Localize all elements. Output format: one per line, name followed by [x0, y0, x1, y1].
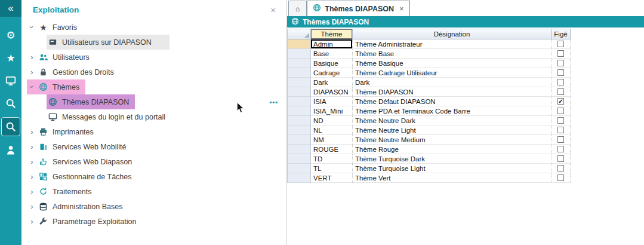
row-selector[interactable]	[288, 135, 311, 145]
fige-cell[interactable]	[551, 59, 571, 68]
sidebar-item-services-web-mobilit[interactable]: ›Services Web Mobilité	[21, 139, 286, 154]
sidebar-close-icon[interactable]: ×	[268, 5, 278, 15]
fige-cell[interactable]	[551, 68, 571, 78]
row-selector[interactable]	[288, 59, 311, 68]
sidebar-item-administration-bases[interactable]: ›Administration Bases	[21, 199, 286, 214]
fige-checkbox[interactable]	[557, 136, 564, 143]
table-row[interactable]: NDThème Neutre Dark	[288, 116, 571, 125]
row-selector[interactable]	[288, 39, 311, 49]
row-selector[interactable]	[288, 78, 311, 87]
select-all-header[interactable]	[288, 29, 311, 39]
row-selector[interactable]	[288, 49, 311, 59]
row-selector[interactable]	[288, 97, 311, 106]
table-row[interactable]: DIAPASONThème DIAPASON	[288, 87, 571, 97]
theme-cell[interactable]: ISIA_Mini	[311, 106, 353, 116]
column-header-fige[interactable]: Figé	[551, 29, 571, 39]
designation-cell[interactable]: Thème Rouge	[353, 145, 551, 154]
fige-checkbox[interactable]	[557, 79, 564, 85]
theme-cell[interactable]: ND	[311, 116, 353, 125]
table-row[interactable]: ISIAThème Défaut DIAPASON✓	[288, 97, 571, 106]
row-selector[interactable]	[288, 68, 311, 78]
chevron-down-icon[interactable]: ›	[28, 82, 36, 92]
sidebar-item-services-web-diapason[interactable]: ›Services Web Diapason	[21, 154, 286, 169]
theme-cell[interactable]: Basique	[311, 59, 353, 68]
fige-cell[interactable]	[551, 106, 571, 116]
chevron-right-icon[interactable]: ›	[27, 68, 37, 76]
rail-item-settings[interactable]: ⚙	[0, 24, 21, 47]
theme-cell[interactable]: Cadrage	[311, 68, 353, 78]
fige-checkbox[interactable]	[557, 127, 564, 133]
sidebar-item-imprimantes[interactable]: ›Imprimantes	[21, 124, 286, 139]
rail-item-screens[interactable]	[0, 69, 21, 92]
fige-checkbox[interactable]	[557, 108, 564, 114]
fige-checkbox[interactable]	[557, 174, 564, 181]
designation-cell[interactable]: Thème Défaut DIAPASON	[353, 97, 551, 106]
designation-cell[interactable]: Thème Base	[353, 49, 551, 59]
sidebar-item-utilisateurs[interactable]: ›Utilisateurs	[21, 50, 286, 65]
tab-close-icon[interactable]: ×	[399, 4, 404, 13]
theme-cell[interactable]: ISIA	[311, 97, 353, 106]
table-row[interactable]: VERTThème Vert	[288, 173, 571, 183]
sidebar-item-gestion-des-droits[interactable]: ›Gestion des Droits	[21, 65, 286, 79]
fige-cell[interactable]	[551, 125, 571, 135]
designation-cell[interactable]: Thème Neutre Dark	[353, 116, 551, 125]
sidebar-item-utilisateurs-sur-diapason[interactable]: Utilisateurs sur DIAPASON	[21, 35, 286, 50]
table-row[interactable]: AdminThème Administrateur	[288, 39, 571, 49]
table-row[interactable]: CadrageThème Cadrage Utilisateur	[288, 68, 571, 78]
row-selector[interactable]	[288, 125, 311, 135]
tab-themes-diapason[interactable]: Thèmes DIAPASON ×	[307, 1, 409, 16]
rail-item-user-security[interactable]	[0, 139, 21, 161]
fige-checkbox[interactable]	[557, 88, 564, 95]
fige-cell[interactable]	[551, 135, 571, 145]
fige-cell[interactable]	[551, 154, 571, 164]
more-options-icon[interactable]: •••	[269, 99, 278, 106]
chevron-right-icon[interactable]: ›	[27, 218, 37, 225]
fige-checkbox[interactable]	[557, 117, 564, 124]
fige-cell[interactable]: ✓	[551, 97, 571, 106]
designation-cell[interactable]: Thème Neutre Light	[353, 125, 551, 135]
fige-checkbox[interactable]	[557, 165, 564, 172]
fige-cell[interactable]	[551, 49, 571, 59]
chevron-down-icon[interactable]: ›	[28, 22, 36, 32]
sidebar-item-messages-du-login-et-du-portail[interactable]: Messages du login et du portail	[21, 109, 286, 124]
designation-cell[interactable]: Thème Cadrage Utilisateur	[353, 68, 551, 78]
sidebar-item-param-trage-exploitation[interactable]: ›Paramétrage Exploitation	[21, 214, 286, 229]
table-row[interactable]: TDThème Turquoise Dark	[288, 154, 571, 164]
table-row[interactable]: ROUGEThème Rouge	[288, 145, 571, 154]
theme-cell[interactable]: Dark	[311, 78, 353, 87]
table-row[interactable]: BaseThème Base	[288, 49, 571, 59]
table-row[interactable]: ISIA_MiniThème PDA et Terminaux Code Bar…	[288, 106, 571, 116]
designation-cell[interactable]: Thème Administrateur	[353, 39, 551, 49]
fige-checkbox[interactable]	[557, 60, 564, 66]
chevron-right-icon[interactable]: ›	[27, 128, 37, 136]
designation-cell[interactable]: Dark	[353, 78, 551, 87]
chevron-right-icon[interactable]: ›	[27, 188, 37, 195]
sidebar-item-th-mes[interactable]: ›Thèmes	[21, 79, 286, 94]
fige-cell[interactable]	[551, 116, 571, 125]
theme-cell[interactable]: DIAPASON	[311, 87, 353, 97]
fige-checkbox[interactable]	[557, 50, 564, 57]
rail-item-search[interactable]	[0, 92, 21, 115]
column-header-designation[interactable]: Désignation	[353, 29, 551, 39]
designation-cell[interactable]: Thème Basique	[353, 59, 551, 68]
row-selector[interactable]	[288, 145, 311, 154]
designation-cell[interactable]: Thème DIAPASON	[353, 87, 551, 97]
theme-cell[interactable]: NL	[311, 125, 353, 135]
rail-item-search-advanced[interactable]	[1, 117, 20, 136]
table-row[interactable]: BasiqueThème Basique	[288, 59, 571, 68]
column-header-theme[interactable]: Thème	[311, 29, 353, 39]
chevron-right-icon[interactable]: ›	[27, 53, 37, 61]
sidebar-item-traitements[interactable]: ›Traitements	[21, 184, 286, 199]
designation-cell[interactable]: Thème Turquoise Dark	[353, 154, 551, 164]
rail-item-favorites[interactable]: ★	[0, 47, 21, 69]
sidebar-item-th-mes-diapason[interactable]: Thèmes DIAPASON•••	[21, 94, 286, 109]
fige-checkbox[interactable]	[557, 155, 564, 162]
theme-cell[interactable]: TD	[311, 154, 353, 164]
row-selector[interactable]	[288, 154, 311, 164]
theme-cell[interactable]: ROUGE	[311, 145, 353, 154]
table-row[interactable]: NMThème Neutre Medium	[288, 135, 571, 145]
row-selector[interactable]	[288, 116, 311, 125]
row-selector[interactable]	[288, 87, 311, 97]
table-row[interactable]: NLThème Neutre Light	[288, 125, 571, 135]
theme-cell[interactable]: TL	[311, 164, 353, 173]
